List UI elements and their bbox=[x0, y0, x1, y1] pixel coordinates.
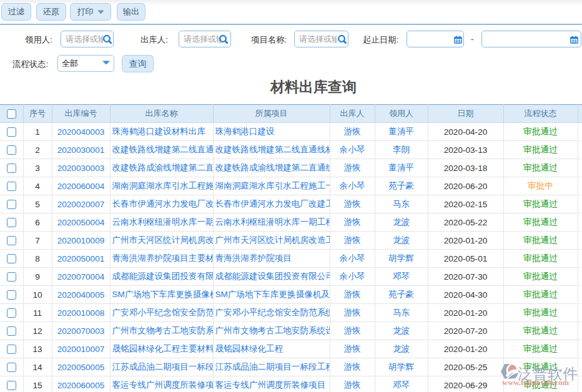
svg-text:www.fanpusoft.com: www.fanpusoft.com bbox=[502, 378, 570, 387]
